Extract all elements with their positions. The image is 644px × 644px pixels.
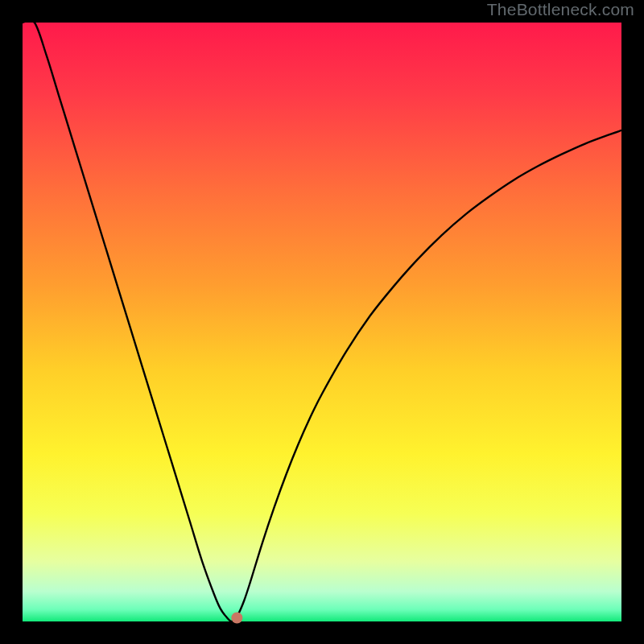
chart-container: TheBottleneck.com — [0, 0, 644, 644]
plot-area — [23, 23, 621, 621]
watermark-text: TheBottleneck.com — [487, 0, 634, 19]
optimal-point-marker — [231, 613, 242, 624]
chart-svg — [0, 0, 644, 644]
